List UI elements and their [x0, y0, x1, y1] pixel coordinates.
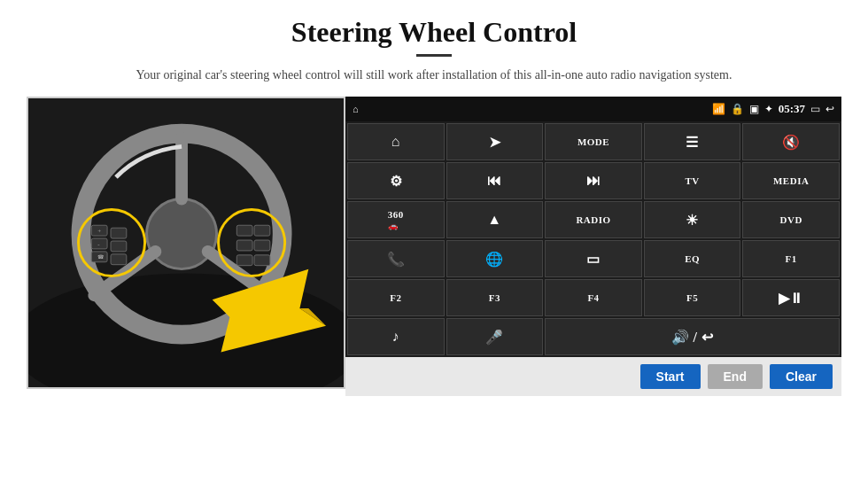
grid-btn-f5[interactable]: F5: [644, 279, 741, 316]
svg-rect-20: [236, 240, 252, 251]
grid-btn-tv[interactable]: TV: [644, 162, 741, 199]
list-icon: ☰: [686, 134, 699, 151]
grid-btn-mute[interactable]: 🔇: [742, 123, 840, 160]
dvd-label: DVD: [780, 214, 802, 225]
grid-btn-mode[interactable]: MODE: [545, 123, 642, 160]
grid-btn-globe[interactable]: 🌐: [446, 240, 544, 277]
grid-btn-f1[interactable]: F1: [742, 240, 840, 277]
subtitle: Your original car's steering wheel contr…: [136, 66, 732, 84]
end-button[interactable]: End: [708, 364, 763, 389]
back-icon: ↩: [825, 103, 834, 116]
grid-btn-media[interactable]: MEDIA: [742, 162, 840, 199]
eject-icon: ▲: [487, 212, 501, 228]
svg-rect-21: [254, 240, 270, 251]
prev-icon: ⏮: [487, 173, 502, 189]
eq-label: EQ: [685, 253, 700, 264]
svg-rect-22: [236, 255, 252, 266]
nav-icon: ➤: [489, 134, 501, 151]
grid-btn-music[interactable]: ♪: [347, 318, 445, 355]
grid-btn-next[interactable]: ⏭: [545, 162, 642, 199]
grid-btn-settings[interactable]: ⚙: [347, 162, 445, 199]
svg-rect-18: [236, 225, 252, 236]
grid-btn-dvd[interactable]: DVD: [742, 201, 840, 238]
clear-button[interactable]: Clear: [770, 364, 833, 389]
bluetooth-icon: ✦: [764, 103, 773, 116]
grid-btn-home[interactable]: ⌂: [347, 123, 445, 160]
f2-label: F2: [390, 292, 401, 303]
screen-icon: ▭: [810, 103, 820, 116]
lock-icon: 🔒: [731, 103, 744, 116]
status-bar: ⌂ 📶 🔒 ▣ ✦ 05:37 ▭ ↩: [345, 97, 841, 121]
status-left: ⌂: [353, 104, 359, 114]
home-icon: ⌂: [391, 134, 400, 150]
svg-rect-19: [254, 225, 270, 236]
globe-icon: 🌐: [485, 251, 504, 268]
grid-btn-playpause[interactable]: ▶⏸: [742, 279, 840, 316]
mode-label: MODE: [577, 136, 609, 147]
home-status-icon: ⌂: [353, 104, 359, 114]
button-grid: ⌂ ➤ MODE ☰ 🔇 ⚙ ⏮ ⏭ TV MEDIA 360🚗 ▲ RADIO…: [345, 121, 841, 357]
brightness-icon: ☀: [686, 212, 699, 229]
radio-label: RADIO: [576, 214, 610, 225]
f4-label: F4: [587, 292, 599, 303]
grid-btn-display[interactable]: ▭: [545, 240, 642, 277]
title-divider: [416, 54, 452, 57]
settings-icon: ⚙: [390, 173, 403, 190]
svg-text:☎: ☎: [97, 254, 105, 260]
steering-wheel-image: + - ☎: [27, 97, 345, 389]
grid-btn-list[interactable]: ☰: [644, 123, 741, 160]
page-container: Steering Wheel Control Your original car…: [0, 0, 868, 482]
media-label: MEDIA: [773, 175, 809, 186]
svg-point-3: [147, 199, 217, 269]
grid-btn-eject[interactable]: ▲: [446, 201, 544, 238]
music-icon: ♪: [392, 329, 400, 345]
tv-label: TV: [685, 175, 699, 186]
main-content: + - ☎ ⌂: [27, 97, 841, 396]
grid-btn-f4[interactable]: F4: [545, 279, 642, 316]
svg-rect-11: [111, 228, 127, 238]
svg-rect-23: [254, 255, 270, 266]
grid-btn-mic[interactable]: 🎤: [446, 318, 544, 355]
grid-btn-prev[interactable]: ⏮: [446, 162, 544, 199]
playpause-icon: ▶⏸: [779, 290, 804, 307]
grid-btn-nav[interactable]: ➤: [446, 123, 544, 160]
status-right: 📶 🔒 ▣ ✦ 05:37 ▭ ↩: [712, 102, 834, 116]
volume-hangup-icon: 🔊 / ↩: [671, 329, 714, 346]
mic-icon: 🎤: [485, 329, 504, 346]
bottom-bar: Start End Clear: [345, 357, 841, 396]
svg-rect-12: [111, 241, 127, 252]
f3-label: F3: [489, 292, 500, 303]
svg-rect-13: [111, 254, 127, 265]
grid-btn-f3[interactable]: F3: [446, 279, 544, 316]
page-title: Steering Wheel Control: [291, 16, 577, 49]
grid-btn-360[interactable]: 360🚗: [347, 201, 445, 238]
grid-btn-volume-hangup[interactable]: 🔊 / ↩: [545, 318, 840, 355]
360-label: 360🚗: [388, 209, 404, 230]
grid-btn-phone[interactable]: 📞: [347, 240, 445, 277]
grid-btn-f2[interactable]: F2: [347, 279, 445, 316]
next-icon: ⏭: [586, 173, 601, 189]
wifi-icon: 📶: [712, 103, 725, 116]
grid-btn-eq[interactable]: EQ: [644, 240, 741, 277]
sim-icon: ▣: [749, 103, 759, 116]
display-icon: ▭: [586, 251, 601, 268]
svg-text:+: +: [97, 228, 101, 234]
phone-icon: 📞: [387, 251, 406, 268]
android-panel: ⌂ 📶 🔒 ▣ ✦ 05:37 ▭ ↩ ⌂ ➤ MODE ☰: [345, 97, 841, 396]
f5-label: F5: [686, 292, 698, 303]
grid-btn-radio[interactable]: RADIO: [545, 201, 642, 238]
grid-btn-brightness[interactable]: ☀: [644, 201, 741, 238]
f1-label: F1: [786, 253, 797, 264]
status-time: 05:37: [779, 102, 805, 116]
start-button[interactable]: Start: [640, 364, 701, 389]
mute-icon: 🔇: [782, 134, 801, 151]
